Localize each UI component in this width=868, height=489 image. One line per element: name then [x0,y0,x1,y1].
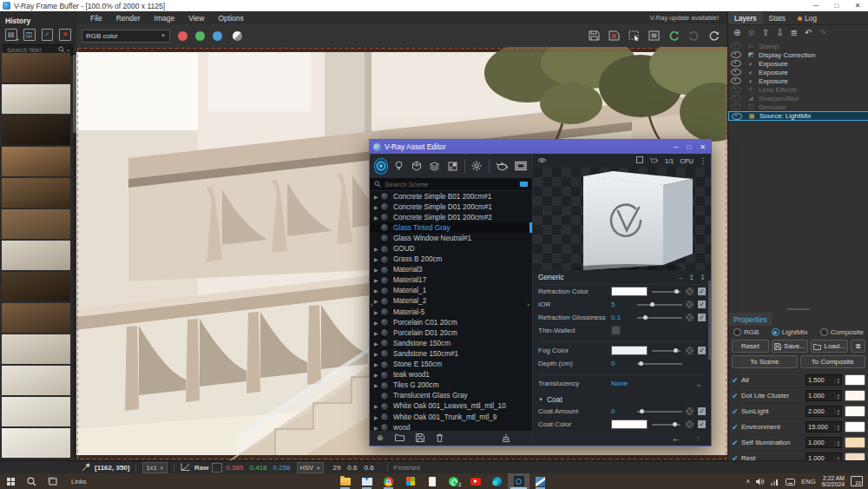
save-asset-icon[interactable] [416,433,424,444]
material-row[interactable]: ▶ Material3 [370,265,532,275]
menu-item[interactable]: Image [148,14,182,23]
texture-slot-icon[interactable] [686,301,694,308]
load-layers-icon[interactable]: ⇩ [776,29,783,37]
task-view-icon[interactable] [42,473,62,489]
slider[interactable] [637,317,682,319]
color-swatch[interactable] [611,420,648,429]
material-row[interactable]: ▶ Porcelain D01 20cm [370,327,532,338]
delete-asset-icon[interactable] [436,433,444,444]
open-folder-icon[interactable] [395,433,404,443]
param-value[interactable]: 0.1 [611,314,637,321]
settings-gear-icon[interactable] [471,159,483,174]
region-render-icon[interactable] [628,30,641,42]
slider[interactable] [637,304,682,306]
expander-icon[interactable]: ▶ [374,298,380,304]
taskbar-chrome-icon[interactable] [378,473,399,489]
material-row[interactable]: ▶ teak wood1 [370,370,532,380]
layer-list-icon[interactable]: ≣ [791,29,798,37]
render-teapot-icon[interactable] [496,159,509,174]
history-compare-icon[interactable]: ◫ [23,29,36,41]
enable-checkbox[interactable]: ✓ [698,301,706,308]
geometry-tab-icon[interactable] [411,159,423,174]
slider[interactable] [637,411,682,413]
material-row[interactable]: ▶ GOUD [370,243,532,254]
visibility-eye-icon[interactable] [732,113,742,120]
to-scene-button[interactable]: To Scene [732,355,798,368]
spinner-arrows[interactable]: ▴▾ [834,393,839,400]
light-color-swatch[interactable] [845,421,865,433]
alpha-sphere-toggle[interactable] [233,31,242,41]
expander-icon[interactable]: ▶ [374,340,380,347]
frame-buffer-icon[interactable] [515,159,527,174]
material-row[interactable]: ▶ Glass Window Neutral#1 [370,233,532,243]
clear-image-icon[interactable] [608,30,621,42]
history-thumbnail[interactable] [2,209,70,239]
add-layer-icon[interactable]: ⊕ [733,29,740,37]
material-row[interactable]: ▶ White Oak 001_Leaves_mtl_mtl_10 [370,401,532,412]
taskbar-whatsapp-icon[interactable]: 2 [443,473,464,489]
material-row[interactable]: ▶ Material_1 [370,286,532,296]
enable-checkbox[interactable]: ✔ [732,407,741,416]
taskbar-youtube-icon[interactable] [464,473,486,489]
delete-layer-icon[interactable]: ⊗ [747,29,754,37]
checkbox[interactable] [611,326,621,335]
material-row[interactable]: ▶ Material17 [370,275,532,286]
material-scrollbar[interactable] [708,281,711,360]
taskbar-search-icon[interactable] [21,473,42,489]
preview-engine[interactable]: CPU [680,157,694,165]
enable-checkbox[interactable]: ✓ [698,420,706,428]
preview-teapot-icon[interactable] [649,156,659,165]
enable-checkbox[interactable]: ✔ [732,392,741,400]
spinner-arrows[interactable]: ▴▾ [834,377,839,384]
material-row[interactable]: ▶ Sandstone 150cm [370,338,532,348]
visibility-eye-icon[interactable] [731,60,741,67]
channel-select[interactable]: RGB color ▼ [82,30,170,43]
volume-icon[interactable] [756,473,765,489]
up-arrow-icon[interactable]: ↑ [696,433,700,443]
menu-item[interactable]: File [83,14,109,23]
layer-row[interactable]: ▦ Source: LightMix [728,111,868,121]
import-icon[interactable]: ↥ [689,274,695,281]
chevron-down-icon[interactable]: ▾ [67,48,69,53]
texture-slot-icon[interactable] [686,407,694,415]
spinner-arrows[interactable]: ▴▾ [834,439,839,446]
history-thumbnail[interactable] [2,428,70,458]
enable-checkbox[interactable]: ✓ [698,407,706,415]
switch-output-icon[interactable]: → [677,274,684,281]
history-thumbnail[interactable] [2,116,70,145]
enable-checkbox[interactable]: ✔ [732,423,741,432]
texture-slot-icon[interactable] [686,420,694,428]
visibility-eye-icon[interactable] [731,77,741,84]
visibility-eye-icon[interactable] [731,69,741,76]
material-preview[interactable] [533,168,711,270]
slider[interactable] [637,363,682,365]
layer-row[interactable]: ◐ Exposure [728,76,868,85]
slider[interactable] [652,291,681,293]
expander-icon[interactable]: ▶ [374,277,380,283]
spinner-arrows[interactable]: ▴▾ [834,424,839,431]
expander-icon[interactable]: ▶ [374,330,380,336]
layer-row[interactable]: ◢ Sharpen/Blur [728,94,868,102]
expander-icon[interactable]: ▶ [374,287,380,294]
close-button[interactable]: ✕ [847,0,868,11]
expander-icon[interactable]: ▶ [374,309,380,315]
materials-tab-icon[interactable] [375,159,387,174]
language-indicator[interactable]: ENG [801,478,815,486]
material-row[interactable]: ▶ Porcelain C01 20cm [370,317,532,327]
material-row[interactable]: ▶ Concrete Simple B01 200cm#1 [370,191,532,202]
load-button[interactable]: Load... [811,340,848,353]
param-value[interactable]: None [611,380,637,387]
curve-icon[interactable] [181,463,190,472]
param-value[interactable]: 0 [611,360,637,367]
preview-maximize-icon[interactable] [636,156,643,165]
expander-icon[interactable]: ▶ [374,382,380,388]
links-toolbar[interactable]: Links [62,478,95,486]
color-swatch[interactable] [611,287,648,296]
network-icon[interactable] [771,473,779,489]
back-arrow-icon[interactable]: ← [672,433,681,443]
layer-row[interactable]: ◐ Exposure [728,59,868,68]
taskbar-edge-icon[interactable] [486,473,508,489]
scene-search-input[interactable]: Search Scene [370,178,532,191]
intensity-input[interactable]: 1.000 ▴▾ [806,390,842,401]
taskbar-mail-icon[interactable] [356,473,378,489]
